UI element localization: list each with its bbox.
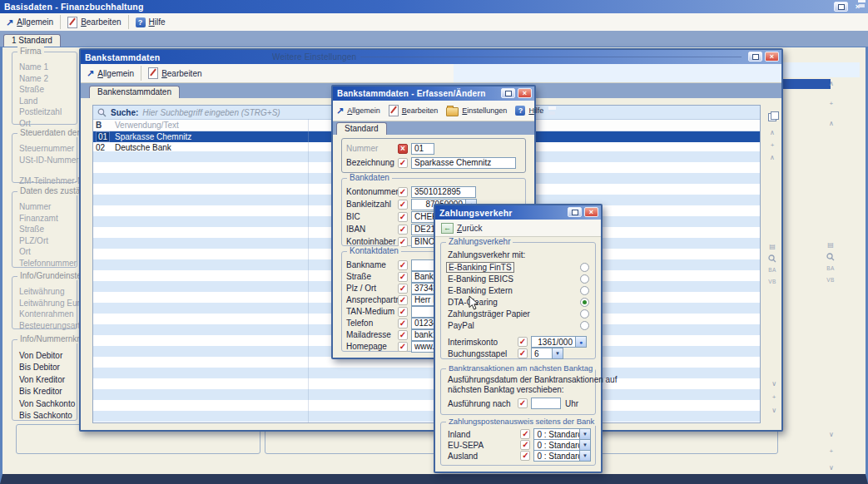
checkbox[interactable] <box>398 342 408 352</box>
restore-button[interactable] <box>748 52 762 62</box>
eu-sepa-select[interactable]: 0 : Standard <box>533 439 580 451</box>
column-header-text[interactable]: Verwendung/Text <box>115 121 179 130</box>
radio-dta-clearing[interactable] <box>580 298 589 307</box>
radio-zahlungstraeger-papier[interactable] <box>580 309 589 319</box>
checkbox[interactable] <box>520 429 530 439</box>
back-button[interactable]: ← Zurück <box>435 221 489 235</box>
scroll-plus-icon[interactable]: + <box>830 447 834 456</box>
checkbox[interactable] <box>398 319 408 328</box>
checkbox[interactable] <box>398 212 408 222</box>
menu-bearbeiten[interactable]: Bearbeiten <box>142 66 207 81</box>
tab-standard[interactable]: Standard <box>336 122 387 135</box>
restore-button[interactable] <box>568 207 582 217</box>
menu-hilfe[interactable]: ? Hilfe <box>130 16 171 29</box>
menu-allgemein[interactable]: ↗ Allgemein <box>81 67 140 80</box>
edit-title: Bankstammdaten - Erfassen/Ändern <box>337 89 486 98</box>
background-selected-row[interactable] <box>781 79 831 89</box>
menu-hilfe[interactable]: ? Hilfe <box>512 104 547 117</box>
copy-icon[interactable] <box>768 113 776 121</box>
radio-paypal[interactable] <box>580 321 589 330</box>
tab-1-standard[interactable]: 1 Standard <box>3 34 61 47</box>
tab-bankenstammdaten[interactable]: Bankenstammdaten <box>89 86 180 98</box>
checkbox[interactable] <box>518 398 528 408</box>
edit-titlebar[interactable]: Bankstammdaten - Erfassen/Ändern × <box>333 86 534 101</box>
field-label: Kontoinhaber <box>346 237 398 246</box>
menu-bearbeiten[interactable]: Bearbeiten <box>385 103 442 118</box>
main-right-scroll-icons-top[interactable]: ∧ + ∧ <box>829 80 834 128</box>
bank-table-side-icons-top[interactable]: ∧ + ∧ <box>768 113 776 162</box>
payment-titlebar[interactable]: Zahlungsverkehr × <box>435 205 601 220</box>
vb-icon[interactable]: VB <box>826 276 834 284</box>
checkbox[interactable] <box>520 451 530 461</box>
bank-table-side-icons-bottom[interactable]: ∨ + ∨ <box>771 380 776 415</box>
checkbox[interactable] <box>398 237 408 247</box>
ausfuehrung-nach-input[interactable] <box>531 398 561 409</box>
scroll-up-icon[interactable]: ∧ <box>829 120 834 128</box>
buchungsstapel-select[interactable]: 6 <box>531 348 553 359</box>
scroll-top-icon[interactable]: ∧ <box>829 80 834 88</box>
ba-icon[interactable]: BA <box>826 264 834 273</box>
list-icon[interactable]: ▤ <box>769 243 776 251</box>
main-titlebar[interactable]: Basisdaten - Finanzbuchhaltung × <box>0 0 868 13</box>
nummer-input[interactable]: 01 <box>411 143 434 155</box>
scroll-down-icon[interactable]: ∨ <box>771 380 776 388</box>
checkbox[interactable] <box>518 337 528 347</box>
magnifier-icon[interactable] <box>768 254 776 263</box>
interimskonto-input[interactable]: 1361/000 <box>531 336 576 348</box>
restore-button[interactable] <box>501 88 515 98</box>
close-button[interactable]: × <box>765 52 779 62</box>
restore-button[interactable] <box>834 2 848 12</box>
checkbox[interactable] <box>398 284 408 294</box>
scroll-top-icon[interactable]: ∧ <box>770 129 775 137</box>
scroll-down-icon[interactable]: ∨ <box>829 431 834 439</box>
menu-allgemein[interactable]: ↗ Allgemein <box>333 105 384 116</box>
dropdown-button[interactable] <box>553 348 563 359</box>
dropdown-button[interactable] <box>580 428 591 440</box>
menu-bearbeiten[interactable]: Bearbeiten <box>62 15 126 30</box>
bezeichnung-input[interactable]: Sparkasse Chemnitz <box>411 157 516 169</box>
main-right-tool-icons[interactable]: ▤ BA VB <box>826 241 835 284</box>
dropdown-button[interactable] <box>580 439 591 451</box>
radio-ebanking-fints[interactable] <box>580 263 589 272</box>
checkbox[interactable] <box>398 295 408 305</box>
close-button[interactable]: × <box>584 207 598 217</box>
menu-allgemein[interactable]: ↗ Allgemein <box>0 16 59 28</box>
checkbox[interactable] <box>398 260 408 270</box>
checkbox[interactable] <box>398 272 408 282</box>
checkbox[interactable] <box>398 158 408 168</box>
checkbox[interactable] <box>398 200 408 210</box>
inland-select[interactable]: 0 : Standard <box>533 428 580 440</box>
magnifier-icon[interactable] <box>826 253 835 261</box>
scroll-plus-icon[interactable]: + <box>772 393 776 402</box>
mandatory-x-checkbox[interactable] <box>398 144 408 154</box>
main-right-scroll-icons-bottom[interactable]: ∨ + ∨ <box>829 431 834 472</box>
checkbox[interactable] <box>520 440 530 450</box>
close-button[interactable]: × <box>518 88 532 98</box>
scroll-bottom-icon[interactable]: ∨ <box>771 407 776 415</box>
scroll-plus-icon[interactable]: + <box>771 141 775 150</box>
column-header-b[interactable]: B <box>93 121 115 130</box>
kontonummer-input[interactable]: 3501012895 <box>411 186 476 198</box>
bank-table-side-icons-mid[interactable]: ▤ BA VB <box>768 243 776 286</box>
checkbox[interactable] <box>518 348 528 358</box>
bank-list-titlebar[interactable]: Bankstammdaten Weitere Einstellungen × <box>81 50 781 64</box>
field-label: PLZ/Ort <box>19 236 77 245</box>
scroll-bottom-icon[interactable]: ∨ <box>829 464 834 472</box>
search-input[interactable]: Hier Suchbegriff eingeben (STRG+S) <box>142 108 280 117</box>
radio-ebanking-extern[interactable] <box>580 286 589 295</box>
menu-einstellungen[interactable]: Einstellungen <box>443 103 510 118</box>
checkbox[interactable] <box>398 330 408 340</box>
checkbox[interactable] <box>398 307 408 317</box>
ba-icon[interactable]: BA <box>768 266 776 274</box>
vb-icon[interactable]: VB <box>768 278 776 286</box>
lookup-button[interactable] <box>576 336 587 348</box>
checkbox[interactable] <box>398 225 408 235</box>
checkbox[interactable] <box>398 187 408 197</box>
scroll-up-icon[interactable]: ∧ <box>770 154 775 162</box>
scroll-plus-icon[interactable]: + <box>830 100 834 108</box>
list-icon[interactable]: ▤ <box>827 241 834 249</box>
dropdown-button[interactable] <box>580 450 591 462</box>
radio-ebanking-ebics[interactable] <box>580 274 589 284</box>
ausland-select[interactable]: 0 : Standard <box>533 450 580 462</box>
row-number: 01 <box>96 131 110 142</box>
